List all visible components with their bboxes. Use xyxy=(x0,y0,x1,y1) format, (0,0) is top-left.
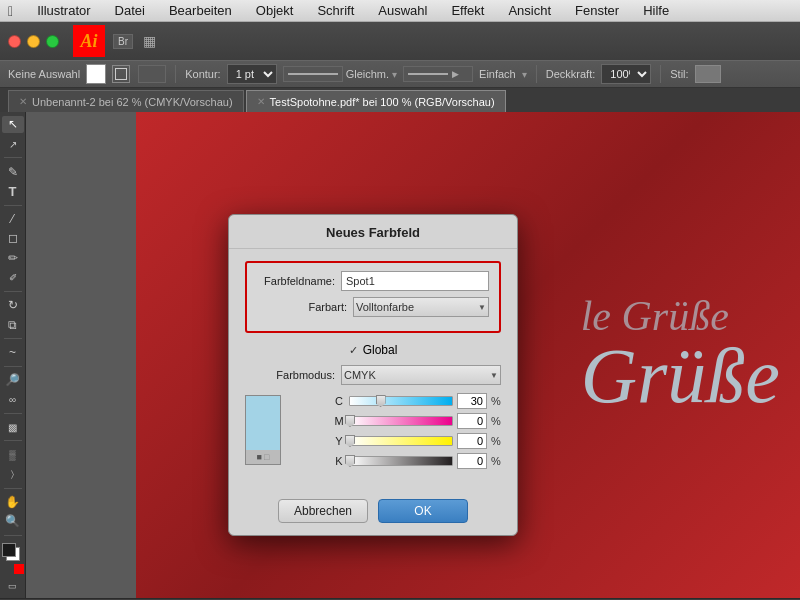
y-track[interactable] xyxy=(349,436,453,446)
tool-type[interactable]: T xyxy=(2,183,24,200)
menu-objekt[interactable]: Objekt xyxy=(252,3,298,18)
einfach-label: Einfach xyxy=(479,68,516,80)
tool-scale[interactable]: ⧉ xyxy=(2,317,24,334)
preview-icon-1: ■ xyxy=(257,452,262,462)
dialog-buttons: Abbrechen OK xyxy=(229,499,517,535)
farbart-select[interactable]: Volltonfarbe Prozessfarbe xyxy=(353,297,489,317)
stroke-swatch[interactable] xyxy=(112,65,130,83)
einfach-arrow: ▾ xyxy=(522,69,527,80)
c-track[interactable] xyxy=(349,396,453,406)
stroke-dropdown[interactable] xyxy=(138,65,166,83)
m-track[interactable] xyxy=(349,416,453,426)
maximize-button[interactable] xyxy=(46,35,59,48)
deckkraft-label: Deckkraft: xyxy=(546,68,596,80)
farbart-select-wrapper: Volltonfarbe Prozessfarbe ▼ xyxy=(353,297,489,317)
minimize-button[interactable] xyxy=(27,35,40,48)
tool-rotate[interactable]: ↻ xyxy=(2,297,24,314)
tool-zoom[interactable]: 🔍 xyxy=(2,513,24,530)
k-thumb[interactable] xyxy=(345,455,355,467)
tab-label-2: TestSpotohne.pdf* bei 100 % (RGB/Vorscha… xyxy=(270,96,495,108)
keine-auswahl-label: Keine Auswahl xyxy=(8,68,80,80)
tool-paintbrush[interactable]: ✏ xyxy=(2,250,24,267)
br-badge[interactable]: Br xyxy=(113,34,133,49)
tab-unbenannt[interactable]: ✕ Unbenannt-2 bei 62 % (CMYK/Vorschau) xyxy=(8,90,244,112)
tool-rect[interactable]: ◻ xyxy=(2,230,24,247)
m-thumb[interactable] xyxy=(345,415,355,427)
y-slider-row: Y 0 % xyxy=(333,433,501,449)
farbart-label: Farbart: xyxy=(257,301,347,313)
tab-close-icon-2[interactable]: ✕ xyxy=(257,96,265,107)
tool-pen[interactable]: ✎ xyxy=(2,163,24,180)
c-value[interactable]: 30 xyxy=(457,393,487,409)
tab-testspot[interactable]: ✕ TestSpotohne.pdf* bei 100 % (RGB/Vorsc… xyxy=(246,90,506,112)
c-thumb[interactable] xyxy=(376,395,386,407)
tool-select[interactable]: ↖ xyxy=(2,116,24,133)
menu-bearbeiten[interactable]: Bearbeiten xyxy=(165,3,236,18)
m-slider-row: M 0 % xyxy=(333,413,501,429)
ok-button[interactable]: OK xyxy=(378,499,468,523)
tool-direct-select[interactable]: ↗ xyxy=(2,136,24,153)
tool-artboard[interactable]: ▒ xyxy=(2,446,24,463)
global-checkbox[interactable]: ✓ xyxy=(349,344,358,357)
gleichm-label: Gleichm. xyxy=(346,68,389,80)
deckkraft-select[interactable]: 100% xyxy=(601,64,651,84)
tool-warp[interactable]: ~ xyxy=(2,344,24,361)
tool-eyedropper[interactable]: 🔎 xyxy=(2,372,24,389)
swap-colors xyxy=(2,566,24,574)
tool-slice[interactable]: 〉 xyxy=(2,466,24,483)
tab-label: Unbenannt-2 bei 62 % (CMYK/Vorschau) xyxy=(32,96,233,108)
c-slider-row: C 30 % xyxy=(333,393,501,409)
close-button[interactable] xyxy=(8,35,21,48)
menu-fenster[interactable]: Fenster xyxy=(571,3,623,18)
tool-pencil[interactable]: ✐ xyxy=(2,269,24,286)
farbart-row: Farbart: Volltonfarbe Prozessfarbe ▼ xyxy=(257,297,489,317)
y-thumb[interactable] xyxy=(345,435,355,447)
color-preview-top xyxy=(246,396,280,450)
farbfeld-highlight-section: Farbfeldname: Farbart: Volltonfarbe Proz… xyxy=(245,261,501,333)
stil-preview[interactable] xyxy=(695,65,721,83)
menu-effekt[interactable]: Effekt xyxy=(447,3,488,18)
stroke-style-row: Gleichm. ▾ xyxy=(283,66,397,82)
separator3 xyxy=(660,65,661,83)
tab-close-icon[interactable]: ✕ xyxy=(19,96,27,107)
y-value[interactable]: 0 xyxy=(457,433,487,449)
fill-swatch[interactable] xyxy=(86,64,106,84)
separator2 xyxy=(536,65,537,83)
ai-logo: Ai xyxy=(73,25,105,57)
foreground-color[interactable] xyxy=(2,543,16,557)
menu-datei[interactable]: Datei xyxy=(111,3,149,18)
k-value[interactable]: 0 xyxy=(457,453,487,469)
grid-icon[interactable]: ▦ xyxy=(143,33,156,49)
tool-separator-8 xyxy=(4,488,22,489)
menu-ansicht[interactable]: Ansicht xyxy=(504,3,555,18)
canvas-area: le Grüße Grüße Neues Farbfeld Farbfeldna… xyxy=(26,112,800,598)
kontur-label: Kontur: xyxy=(185,68,220,80)
menu-schrift[interactable]: Schrift xyxy=(313,3,358,18)
menu-auswahl[interactable]: Auswahl xyxy=(374,3,431,18)
farbfeldname-input[interactable] xyxy=(341,271,489,291)
m-value[interactable]: 0 xyxy=(457,413,487,429)
farbmodus-select[interactable]: CMYK RGB Lab Graustufen xyxy=(341,365,501,385)
preview-icon-2: □ xyxy=(264,452,269,462)
kontur-select[interactable]: 1 pt xyxy=(227,64,277,84)
menu-illustrator[interactable]: Illustrator xyxy=(33,3,94,18)
cancel-button[interactable]: Abbrechen xyxy=(278,499,368,523)
tool-graph[interactable]: ▩ xyxy=(2,419,24,436)
tool-line[interactable]: ∕ xyxy=(2,210,24,227)
k-track[interactable] xyxy=(349,456,453,466)
tool-blend[interactable]: ∞ xyxy=(2,391,24,408)
stroke-dash[interactable] xyxy=(283,66,343,82)
gleichm-dropdown-arrow: ▾ xyxy=(392,69,397,80)
arrow-style[interactable]: ▶ xyxy=(403,66,473,82)
traffic-lights xyxy=(8,35,59,48)
y-percent: % xyxy=(491,435,501,447)
k-label: K xyxy=(333,455,345,467)
tool-hand[interactable]: ✋ xyxy=(2,493,24,510)
default-colors-icon[interactable] xyxy=(14,564,24,574)
tool-screenmode[interactable]: ▭ xyxy=(2,577,24,594)
farbmodus-select-wrapper: CMYK RGB Lab Graustufen ▼ xyxy=(341,365,501,385)
menu-hilfe[interactable]: Hilfe xyxy=(639,3,673,18)
k-percent: % xyxy=(491,455,501,467)
apple-menu[interactable]:  xyxy=(8,3,13,19)
canvas-text-line1: le Grüße xyxy=(581,295,780,337)
